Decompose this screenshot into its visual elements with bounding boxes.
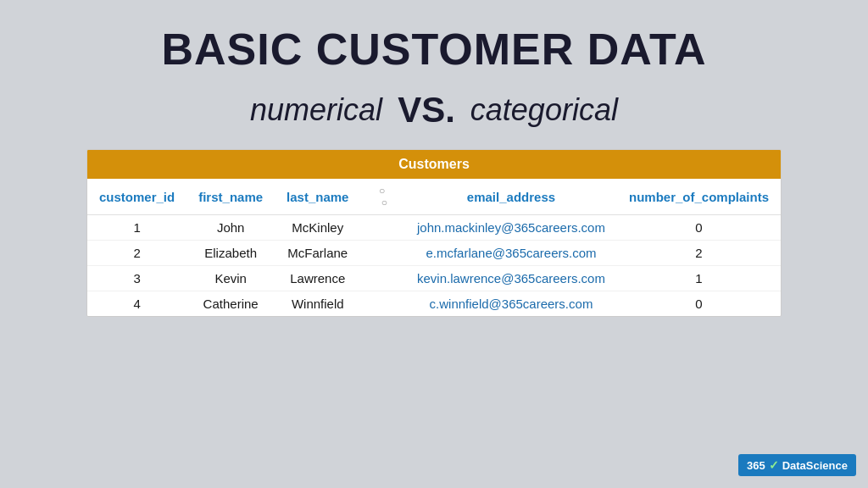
table-cell <box>360 266 405 291</box>
brand-check-icon: ✓ <box>769 458 779 472</box>
table-cell: McKinley <box>275 215 360 241</box>
col-customer-id: customer_id <box>87 179 186 215</box>
table-cell: Lawrence <box>275 266 360 291</box>
table-row: 3KevinLawrencekevin.lawrence@365careers.… <box>87 266 781 291</box>
subtitle-row: numerical VS. categorical <box>250 90 618 130</box>
page-title: BASIC CUSTOMER DATA <box>162 24 707 75</box>
table-cell: Kevin <box>186 266 275 291</box>
table-row: 1JohnMcKinleyjohn.mackinley@365careers.c… <box>87 215 781 241</box>
table-cell: John <box>186 215 275 241</box>
table-cell: kevin.lawrence@365careers.com <box>405 266 617 291</box>
brand-badge: 365 ✓ DataScience <box>738 454 856 476</box>
brand-number: 365 <box>747 459 765 472</box>
table-cell <box>360 241 405 266</box>
table-cell: john.mackinley@365careers.com <box>405 215 617 241</box>
table-cell: c.winnfield@365careers.com <box>405 291 617 317</box>
table-cell <box>360 291 405 317</box>
subtitle-categorical: categorical <box>470 92 618 128</box>
table-cell: 4 <box>87 291 186 317</box>
table-cell: 1 <box>87 215 186 241</box>
table-cell: McFarlane <box>275 241 360 266</box>
subtitle-vs: VS. <box>398 90 455 130</box>
table-cell: Winnfield <box>275 291 360 317</box>
table-cell: 1 <box>617 266 781 291</box>
table-cell: 3 <box>87 266 186 291</box>
subtitle-numerical: numerical <box>250 92 382 128</box>
table-cell <box>360 215 405 241</box>
table-row: 4CatherineWinnfieldc.winnfield@365career… <box>87 291 781 317</box>
table-cell: e.mcfarlane@365careers.com <box>405 241 617 266</box>
col-last-name: last_name <box>275 179 360 215</box>
col-dots: ○ ○ <box>360 179 405 215</box>
table-row: 2ElizabethMcFarlanee.mcfarlane@365career… <box>87 241 781 266</box>
table-cell: 0 <box>617 215 781 241</box>
table-cell: 2 <box>617 241 781 266</box>
table-cell: Catherine <box>186 291 275 317</box>
table-header-row: customer_id first_name last_name ○ ○ ema… <box>87 179 781 215</box>
col-first-name: first_name <box>186 179 275 215</box>
table-title: Customers <box>87 150 781 179</box>
table-cell: 0 <box>617 291 781 317</box>
customers-table-container: Customers customer_id first_name last_na… <box>86 149 782 317</box>
col-complaints: number_of_complaints <box>617 179 781 215</box>
col-email: email_address <box>405 179 617 215</box>
table-cell: 2 <box>87 241 186 266</box>
brand-name: DataScience <box>782 459 848 472</box>
table-cell: Elizabeth <box>186 241 275 266</box>
customers-table: customer_id first_name last_name ○ ○ ema… <box>87 179 781 316</box>
